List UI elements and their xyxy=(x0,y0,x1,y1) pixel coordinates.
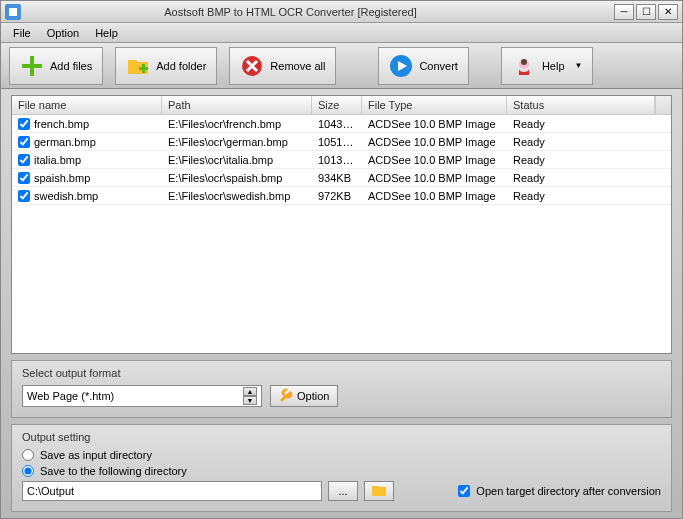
cell-size: 972KB xyxy=(312,188,362,204)
cell-status: Ready xyxy=(507,134,671,150)
table-row[interactable]: swedish.bmp E:\Files\ocr\swedish.bmp 972… xyxy=(12,187,671,205)
col-header-status[interactable]: Status xyxy=(507,96,655,114)
cell-name: french.bmp xyxy=(34,118,89,130)
table-row[interactable]: spaish.bmp E:\Files\ocr\spaish.bmp 934KB… xyxy=(12,169,671,187)
help-label: Help xyxy=(542,60,565,72)
output-format-label: Select output format xyxy=(22,367,661,379)
toolbar: Add files Add folder Remove all Convert xyxy=(1,43,682,89)
help-button[interactable]: Help ▼ xyxy=(501,47,594,85)
spinner-up-icon[interactable]: ▲ xyxy=(243,387,257,396)
browse-button[interactable]: ... xyxy=(328,481,358,501)
output-path-input[interactable] xyxy=(22,481,322,501)
col-header-size[interactable]: Size xyxy=(312,96,362,114)
menu-option[interactable]: Option xyxy=(39,25,87,41)
open-folder-button[interactable] xyxy=(364,481,394,501)
add-files-label: Add files xyxy=(50,60,92,72)
cell-name: german.bmp xyxy=(34,136,96,148)
row-checkbox[interactable] xyxy=(18,154,30,166)
col-header-type[interactable]: File Type xyxy=(362,96,507,114)
cell-status: Ready xyxy=(507,188,671,204)
radio-following-directory[interactable] xyxy=(22,465,34,477)
add-files-button[interactable]: Add files xyxy=(9,47,103,85)
cell-name: spaish.bmp xyxy=(34,172,90,184)
cell-type: ACDSee 10.0 BMP Image xyxy=(362,188,507,204)
plus-icon xyxy=(20,54,44,78)
cell-status: Ready xyxy=(507,116,671,132)
convert-button[interactable]: Convert xyxy=(378,47,469,85)
close-button[interactable]: ✕ xyxy=(658,4,678,20)
cell-path: E:\Files\ocr\spaish.bmp xyxy=(162,170,312,186)
add-folder-button[interactable]: Add folder xyxy=(115,47,217,85)
table-row[interactable]: french.bmp E:\Files\ocr\french.bmp 1043K… xyxy=(12,115,671,133)
cell-path: E:\Files\ocr\german.bmp xyxy=(162,134,312,150)
output-format-value: Web Page (*.htm) xyxy=(27,390,114,402)
cell-path: E:\Files\ocr\french.bmp xyxy=(162,116,312,132)
menubar: File Option Help xyxy=(1,23,682,43)
spinner-down-icon[interactable]: ▼ xyxy=(243,396,257,405)
wrench-icon xyxy=(279,388,293,404)
output-setting-fieldset: Output setting Save as input directory S… xyxy=(11,424,672,512)
radio-following-directory-label: Save to the following directory xyxy=(40,465,187,477)
row-checkbox[interactable] xyxy=(18,172,30,184)
cell-name: swedish.bmp xyxy=(34,190,98,202)
cell-size: 934KB xyxy=(312,170,362,186)
output-setting-label: Output setting xyxy=(22,431,661,443)
row-checkbox[interactable] xyxy=(18,190,30,202)
cell-size: 1051KB xyxy=(312,134,362,150)
cell-path: E:\Files\ocr\swedish.bmp xyxy=(162,188,312,204)
col-header-path[interactable]: Path xyxy=(162,96,312,114)
menu-file[interactable]: File xyxy=(5,25,39,41)
folder-icon xyxy=(371,483,387,499)
cell-size: 1013KB xyxy=(312,152,362,168)
cell-type: ACDSee 10.0 BMP Image xyxy=(362,152,507,168)
radio-input-directory[interactable] xyxy=(22,449,34,461)
open-target-label: Open target directory after conversion xyxy=(476,485,661,497)
play-icon xyxy=(389,54,413,78)
cell-size: 1043KB xyxy=(312,116,362,132)
radio-input-directory-label: Save as input directory xyxy=(40,449,152,461)
window-title: Aostsoft BMP to HTML OCR Converter [Regi… xyxy=(27,6,614,18)
cell-type: ACDSee 10.0 BMP Image xyxy=(362,116,507,132)
table-body: french.bmp E:\Files\ocr\french.bmp 1043K… xyxy=(12,115,671,353)
cell-status: Ready xyxy=(507,170,671,186)
remove-icon xyxy=(240,54,264,78)
col-header-name[interactable]: File name xyxy=(12,96,162,114)
cell-path: E:\Files\ocr\italia.bmp xyxy=(162,152,312,168)
row-checkbox[interactable] xyxy=(18,136,30,148)
row-checkbox[interactable] xyxy=(18,118,30,130)
table-header: File name Path Size File Type Status xyxy=(12,96,671,115)
minimize-button[interactable]: ─ xyxy=(614,4,634,20)
app-window: Aostsoft BMP to HTML OCR Converter [Regi… xyxy=(0,0,683,519)
remove-all-label: Remove all xyxy=(270,60,325,72)
app-icon xyxy=(5,4,21,20)
cell-status: Ready xyxy=(507,152,671,168)
menu-help[interactable]: Help xyxy=(87,25,126,41)
output-format-select[interactable]: Web Page (*.htm) ▲ ▼ xyxy=(22,385,262,407)
add-folder-label: Add folder xyxy=(156,60,206,72)
output-format-fieldset: Select output format Web Page (*.htm) ▲ … xyxy=(11,360,672,418)
help-icon xyxy=(512,54,536,78)
svg-point-4 xyxy=(521,59,527,65)
table-row[interactable]: german.bmp E:\Files\ocr\german.bmp 1051K… xyxy=(12,133,671,151)
cell-name: italia.bmp xyxy=(34,154,81,166)
convert-label: Convert xyxy=(419,60,458,72)
scrollbar[interactable] xyxy=(655,96,671,114)
open-target-checkbox[interactable] xyxy=(458,485,470,497)
maximize-button[interactable]: ☐ xyxy=(636,4,656,20)
folder-plus-icon xyxy=(126,54,150,78)
cell-type: ACDSee 10.0 BMP Image xyxy=(362,134,507,150)
chevron-down-icon: ▼ xyxy=(575,61,583,70)
option-label: Option xyxy=(297,390,329,402)
titlebar: Aostsoft BMP to HTML OCR Converter [Regi… xyxy=(1,1,682,23)
remove-all-button[interactable]: Remove all xyxy=(229,47,336,85)
file-table: File name Path Size File Type Status fre… xyxy=(11,95,672,354)
option-button[interactable]: Option xyxy=(270,385,338,407)
table-row[interactable]: italia.bmp E:\Files\ocr\italia.bmp 1013K… xyxy=(12,151,671,169)
cell-type: ACDSee 10.0 BMP Image xyxy=(362,170,507,186)
